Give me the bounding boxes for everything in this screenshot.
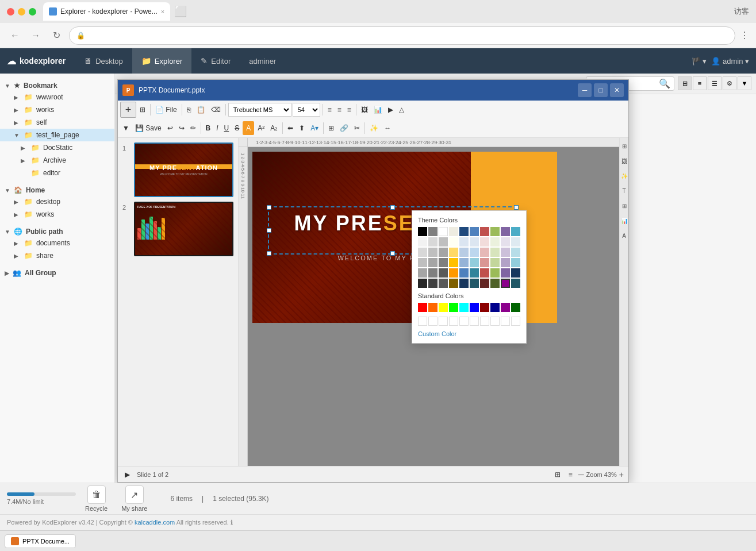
tb-subscript-button[interactable]: A₂ <box>268 121 280 135</box>
sidebar-section-all-group[interactable]: ▶ 👥 All Group <box>0 265 114 278</box>
color-cell[interactable] <box>449 279 458 288</box>
tb-align-left[interactable]: ≡ <box>325 103 334 117</box>
more-view-button[interactable]: ▼ <box>738 76 751 90</box>
add-slide-button[interactable]: + <box>120 102 136 118</box>
slide-thumb-2[interactable]: 2 PAGE 2 OF PRESENTATION <box>122 202 233 256</box>
powered-link[interactable]: kalcaddle.com <box>135 519 175 526</box>
minimize-traffic-light[interactable] <box>18 8 25 16</box>
color-cell[interactable] <box>480 258 489 267</box>
tb-link-button[interactable]: 🔗 <box>337 121 351 135</box>
color-cell[interactable] <box>418 227 427 236</box>
rp-animation-button[interactable]: ✨ <box>620 170 628 182</box>
std-color-lime[interactable] <box>449 303 458 312</box>
font-size-select[interactable]: 54 <box>293 103 320 117</box>
empty-cell[interactable] <box>418 317 427 326</box>
maximize-traffic-light[interactable] <box>29 8 36 16</box>
color-cell[interactable] <box>501 227 510 236</box>
color-cell[interactable] <box>511 237 520 246</box>
file-button[interactable]: 📄 File <box>153 103 179 117</box>
color-cell[interactable] <box>439 248 448 257</box>
color-cell[interactable] <box>490 258 500 267</box>
color-cell[interactable] <box>439 268 448 278</box>
color-cell[interactable] <box>490 248 500 257</box>
tb-strikethrough-button[interactable]: S <box>232 121 241 135</box>
empty-cell[interactable] <box>449 317 458 326</box>
zoom-out-button[interactable]: ─ <box>578 470 584 479</box>
color-cell[interactable] <box>439 258 448 267</box>
color-cell[interactable] <box>449 248 458 257</box>
color-cell[interactable] <box>480 237 489 246</box>
tb-transition-button[interactable]: ↔ <box>382 121 393 135</box>
color-cell[interactable] <box>511 227 520 236</box>
color-cell[interactable] <box>490 237 500 246</box>
new-tab-button[interactable]: ⬜ <box>172 3 189 20</box>
color-cell[interactable] <box>480 268 489 278</box>
color-cell[interactable] <box>439 279 448 288</box>
language-selector[interactable]: 🏴 ▾ <box>692 57 707 65</box>
rp-font-button[interactable]: A <box>620 230 628 241</box>
sidebar-item-editor[interactable]: 📁 editor <box>0 167 114 179</box>
tb-undo-button[interactable]: ↩ <box>165 121 175 135</box>
nav-item-explorer[interactable]: 📁 Explorer <box>132 48 191 74</box>
presentation-mode-button[interactable]: ▶ <box>122 468 132 481</box>
sidebar-item-documents[interactable]: ▶ 📁 documents <box>0 237 114 249</box>
refresh-button[interactable]: ↻ <box>48 28 64 44</box>
color-cell[interactable] <box>449 227 458 236</box>
color-cell[interactable] <box>449 268 458 278</box>
sidebar-section-bookmark[interactable]: ▼ ★ Bookmark <box>0 78 114 91</box>
std-color-blue[interactable] <box>470 303 479 312</box>
color-cell[interactable] <box>470 248 479 257</box>
sidebar-item-archive[interactable]: ▶ 📁 Archive <box>0 154 114 167</box>
color-cell[interactable] <box>459 227 469 236</box>
color-cell[interactable] <box>459 258 469 267</box>
color-cell[interactable] <box>480 227 489 236</box>
color-cell[interactable] <box>511 248 520 257</box>
tb-align-center[interactable]: ≡ <box>335 103 344 117</box>
color-cell[interactable] <box>511 268 520 278</box>
custom-color-option[interactable]: Custom Color <box>418 330 520 337</box>
color-cell[interactable] <box>439 237 448 246</box>
color-cell[interactable] <box>470 279 479 288</box>
sidebar-item-test-file-page[interactable]: ▼ 📁 test_file_page <box>0 129 114 141</box>
myshare-action[interactable]: ↗ My share <box>121 486 147 512</box>
color-cell[interactable] <box>428 279 438 288</box>
empty-cell[interactable] <box>501 317 510 326</box>
close-traffic-light[interactable] <box>7 8 14 16</box>
color-cell[interactable] <box>470 258 479 267</box>
sidebar-item-wwwroot[interactable]: ▶ 📁 wwwroot <box>0 91 114 103</box>
std-color-cyan[interactable] <box>459 303 469 312</box>
color-cell[interactable] <box>439 227 448 236</box>
color-cell[interactable] <box>418 268 427 278</box>
color-cell[interactable] <box>459 237 469 246</box>
tb-image-button[interactable]: 🖼 <box>359 103 370 117</box>
color-cell[interactable] <box>418 279 427 288</box>
address-input[interactable]: your domain <box>89 31 728 40</box>
slide-image-2[interactable]: PAGE 2 OF PRESENTATION <box>134 202 233 256</box>
tb-font-color-btn[interactable]: A▾ <box>308 121 321 135</box>
list-view-button[interactable]: ≡ <box>693 76 707 90</box>
color-cell[interactable] <box>511 279 520 288</box>
color-cell[interactable] <box>428 268 438 278</box>
color-cell[interactable] <box>459 279 469 288</box>
color-cell[interactable] <box>480 279 489 288</box>
std-color-darkblue[interactable] <box>490 303 500 312</box>
tb-animation-button[interactable]: ✨ <box>367 121 381 135</box>
color-cell[interactable] <box>501 237 510 246</box>
std-color-red[interactable] <box>418 303 427 312</box>
tb-redo-button[interactable]: ↪ <box>176 121 187 135</box>
sidebar-section-home[interactable]: ▼ 🏠 Home <box>0 183 114 195</box>
tb-chart-button[interactable]: 📊 <box>371 103 385 117</box>
color-cell[interactable] <box>480 248 489 257</box>
tb-highlight-button[interactable]: A <box>243 121 254 135</box>
tb-bold-button[interactable]: B <box>204 121 213 135</box>
tb-align-right[interactable]: ≡ <box>345 103 354 117</box>
empty-cell[interactable] <box>480 317 489 326</box>
std-color-orange[interactable] <box>428 303 438 312</box>
color-cell[interactable] <box>428 237 438 246</box>
admin-button[interactable]: 👤 admin ▾ <box>711 57 749 65</box>
color-cell[interactable] <box>449 237 458 246</box>
color-cell[interactable] <box>428 248 438 257</box>
pptx-restore-button[interactable]: □ <box>594 83 608 97</box>
slide-thumb-1[interactable]: 1 MY PRESENTATION WELCOME TO MY PRESENTA… <box>122 142 233 197</box>
rp-chart-button[interactable]: 📊 <box>620 215 628 226</box>
